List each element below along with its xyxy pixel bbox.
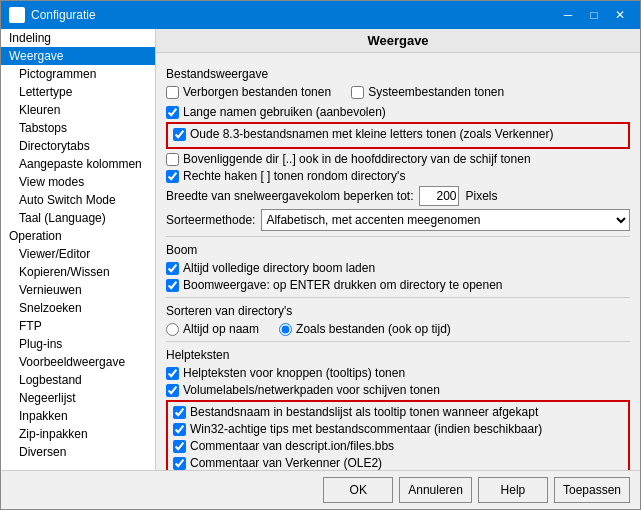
window-title: Configuratie <box>31 8 96 22</box>
altijd-volledig-row: Altijd volledige directory boom laden <box>166 261 630 275</box>
altijd-volledig-label: Altijd volledige directory boom laden <box>183 261 375 275</box>
annuleren-button[interactable]: Annuleren <box>399 477 472 503</box>
divider-3 <box>166 341 630 342</box>
title-bar-buttons: ─ □ ✕ <box>556 5 632 25</box>
sidebar-item-kleuren[interactable]: Kleuren <box>1 101 155 119</box>
close-button[interactable]: ✕ <box>608 5 632 25</box>
sidebar-item-lettertype[interactable]: Lettertype <box>1 83 155 101</box>
sidebar-item-inpakken[interactable]: Inpakken <box>1 407 155 425</box>
boomweergave-label: Boomweergave: op ENTER drukken om direct… <box>183 278 503 292</box>
toepassen-button[interactable]: Toepassen <box>554 477 630 503</box>
sidebar-item-auto-switch-mode[interactable]: Auto Switch Mode <box>1 191 155 209</box>
commentaar-descript-label: Commentaar van descript.ion/files.bbs <box>190 439 394 453</box>
sidebar-item-weergave[interactable]: Weergave <box>1 47 155 65</box>
oude-83-row: Oude 8.3-bestandsnamen met kleine letter… <box>173 127 623 141</box>
title-bar: ⚙ Configuratie ─ □ ✕ <box>1 1 640 29</box>
sidebar-item-pictogrammen[interactable]: Pictogrammen <box>1 65 155 83</box>
win32-checkbox[interactable] <box>173 423 186 436</box>
pixels-unit: Pixels <box>465 189 497 203</box>
bovenliggende-label: Bovenliggende dir [..] ook in de hoofddi… <box>183 152 531 166</box>
sidebar-item-snelzoeken[interactable]: Snelzoeken <box>1 299 155 317</box>
sidebar-item-view-modes[interactable]: View modes <box>1 173 155 191</box>
commentaar-verkenner-row: Commentaar van Verkenner (OLE2) <box>173 456 623 470</box>
helpteksten-title: Helpteksten <box>166 348 630 362</box>
helpteksten-highlighted: Bestandsnaam in bestandslijst als toolti… <box>166 400 630 470</box>
sidebar-item-taal-(language)[interactable]: Taal (Language) <box>1 209 155 227</box>
bestandsnaam-tooltip-label: Bestandsnaam in bestandslijst als toolti… <box>190 405 538 419</box>
content-area: IndelingWeergavePictogrammenLettertypeKl… <box>1 29 640 470</box>
zoals-bestanden-radio[interactable] <box>279 323 292 336</box>
altijd-op-naam-option: Altijd op naam <box>166 322 259 336</box>
verborgen-row: Verborgen bestanden tonen <box>166 85 331 99</box>
altijd-op-naam-radio[interactable] <box>166 323 179 336</box>
commentaar-descript-checkbox[interactable] <box>173 440 186 453</box>
lange-namen-row: Lange namen gebruiken (aanbevolen) <box>166 105 630 119</box>
sidebar-item-plug-ins[interactable]: Plug-ins <box>1 335 155 353</box>
panel-header: Weergave <box>156 29 640 53</box>
verborgen-checkbox[interactable] <box>166 86 179 99</box>
sorteren-dir-row: Altijd op naam Zoals bestanden (ook op t… <box>166 322 630 336</box>
bovenliggende-checkbox[interactable] <box>166 153 179 166</box>
rechte-haken-row: Rechte haken [ ] tonen rondom directory'… <box>166 169 630 183</box>
sidebar-item-vernieuwen[interactable]: Vernieuwen <box>1 281 155 299</box>
sidebar-item-logbestand[interactable]: Logbestand <box>1 371 155 389</box>
main-panel: Weergave Bestandsweergave Verborgen best… <box>156 29 640 470</box>
sidebar-item-viewer/editor[interactable]: Viewer/Editor <box>1 245 155 263</box>
boom-title: Boom <box>166 243 630 257</box>
sidebar-item-indeling[interactable]: Indeling <box>1 29 155 47</box>
sidebar-item-diversen[interactable]: Diversen <box>1 443 155 461</box>
breedte-label: Breedte van snelweergavekolom beperken t… <box>166 189 413 203</box>
lange-namen-checkbox[interactable] <box>166 106 179 119</box>
bestandsweergave-title: Bestandsweergave <box>166 67 630 81</box>
helpteksten-knoppen-checkbox[interactable] <box>166 367 179 380</box>
sorteermethode-label: Sorteermethode: <box>166 213 255 227</box>
lange-namen-label: Lange namen gebruiken (aanbevolen) <box>183 105 386 119</box>
main-window: ⚙ Configuratie ─ □ ✕ IndelingWeergavePic… <box>0 0 641 510</box>
help-button[interactable]: Help <box>478 477 548 503</box>
volumelabels-checkbox[interactable] <box>166 384 179 397</box>
rechte-haken-label: Rechte haken [ ] tonen rondom directory'… <box>183 169 405 183</box>
breedte-input[interactable] <box>419 186 459 206</box>
commentaar-descript-row: Commentaar van descript.ion/files.bbs <box>173 439 623 453</box>
app-icon: ⚙ <box>9 7 25 23</box>
bestandsnaam-tooltip-checkbox[interactable] <box>173 406 186 419</box>
sidebar-item-tabstops[interactable]: Tabstops <box>1 119 155 137</box>
zoals-bestanden-label: Zoals bestanden (ook op tijd) <box>296 322 451 336</box>
bovenliggende-row: Bovenliggende dir [..] ook in de hoofddi… <box>166 152 630 166</box>
bestandsnaam-tooltip-row: Bestandsnaam in bestandslijst als toolti… <box>173 405 623 419</box>
boomweergave-checkbox[interactable] <box>166 279 179 292</box>
zoals-bestanden-option: Zoals bestanden (ook op tijd) <box>279 322 451 336</box>
sorteermethode-row: Sorteermethode: Alfabetisch, met accente… <box>166 209 630 231</box>
sidebar-item-zip-inpakken[interactable]: Zip-inpakken <box>1 425 155 443</box>
altijd-op-naam-label: Altijd op naam <box>183 322 259 336</box>
ok-button[interactable]: OK <box>323 477 393 503</box>
systeem-label: Systeembestanden tonen <box>368 85 504 99</box>
sidebar-item-kopieren/wissen[interactable]: Kopieren/Wissen <box>1 263 155 281</box>
sidebar-item-operation[interactable]: Operation <box>1 227 155 245</box>
win32-row: Win32-achtige tips met bestandscommentaa… <box>173 422 623 436</box>
volumelabels-row: Volumelabels/netwerkpaden voor schijven … <box>166 383 630 397</box>
sidebar-item-aangepaste-kolommen[interactable]: Aangepaste kolommen <box>1 155 155 173</box>
oude-83-checkbox[interactable] <box>173 128 186 141</box>
systeem-row: Systeembestanden tonen <box>351 85 504 99</box>
systeem-checkbox[interactable] <box>351 86 364 99</box>
commentaar-verkenner-checkbox[interactable] <box>173 457 186 470</box>
footer: OK Annuleren Help Toepassen <box>1 470 640 509</box>
oude-83-highlighted: Oude 8.3-bestandsnamen met kleine letter… <box>166 122 630 149</box>
win32-label: Win32-achtige tips met bestandscommentaa… <box>190 422 542 436</box>
sorteermethode-select[interactable]: Alfabetisch, met accenten meegenomen Alf… <box>261 209 630 231</box>
volumelabels-label: Volumelabels/netwerkpaden voor schijven … <box>183 383 440 397</box>
sidebar-item-negeerlijst[interactable]: Negeerlijst <box>1 389 155 407</box>
minimize-button[interactable]: ─ <box>556 5 580 25</box>
maximize-button[interactable]: □ <box>582 5 606 25</box>
sorteren-dir-title: Sorteren van directory's <box>166 304 630 318</box>
helpteksten-knoppen-row: Helpteksten voor knoppen (tooltips) tone… <box>166 366 630 380</box>
rechte-haken-checkbox[interactable] <box>166 170 179 183</box>
boomweergave-row: Boomweergave: op ENTER drukken om direct… <box>166 278 630 292</box>
divider-1 <box>166 236 630 237</box>
sidebar-item-voorbeeldweergave[interactable]: Voorbeeldweergave <box>1 353 155 371</box>
sidebar-item-ftp[interactable]: FTP <box>1 317 155 335</box>
breedte-row: Breedte van snelweergavekolom beperken t… <box>166 186 630 206</box>
altijd-volledig-checkbox[interactable] <box>166 262 179 275</box>
sidebar-item-directorytabs[interactable]: Directorytabs <box>1 137 155 155</box>
